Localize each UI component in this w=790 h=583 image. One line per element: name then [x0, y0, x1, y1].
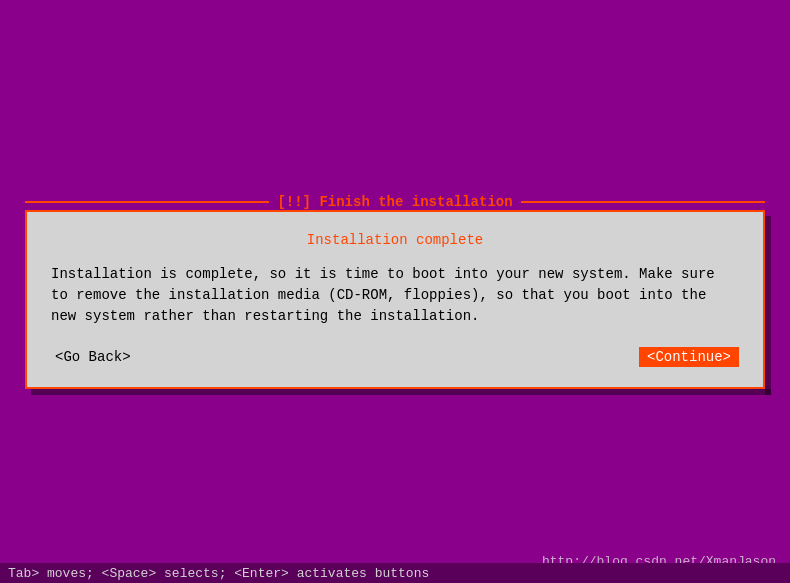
continue-button[interactable]: <Continue> — [639, 347, 739, 367]
shadow-bottom — [31, 389, 771, 395]
screen: [!!] Finish the installation Installatio… — [0, 0, 790, 583]
title-line-left — [25, 201, 269, 203]
dialog-title-bar: [!!] Finish the installation — [25, 194, 765, 210]
dialog-buttons: <Go Back> <Continue> — [51, 347, 739, 367]
dialog-body: Installation is complete, so it is time … — [51, 264, 739, 327]
title-line-right — [521, 201, 765, 203]
shadow-right — [765, 216, 771, 395]
go-back-button[interactable]: <Go Back> — [51, 347, 135, 367]
dialog-box: Installation complete Installation is co… — [25, 210, 765, 389]
dialog-wrapper: [!!] Finish the installation Installatio… — [25, 194, 765, 389]
status-bar: Tab> moves; <Space> selects; <Enter> act… — [0, 563, 790, 583]
dialog-title: [!!] Finish the installation — [269, 194, 520, 210]
dialog-subtitle: Installation complete — [51, 232, 739, 248]
